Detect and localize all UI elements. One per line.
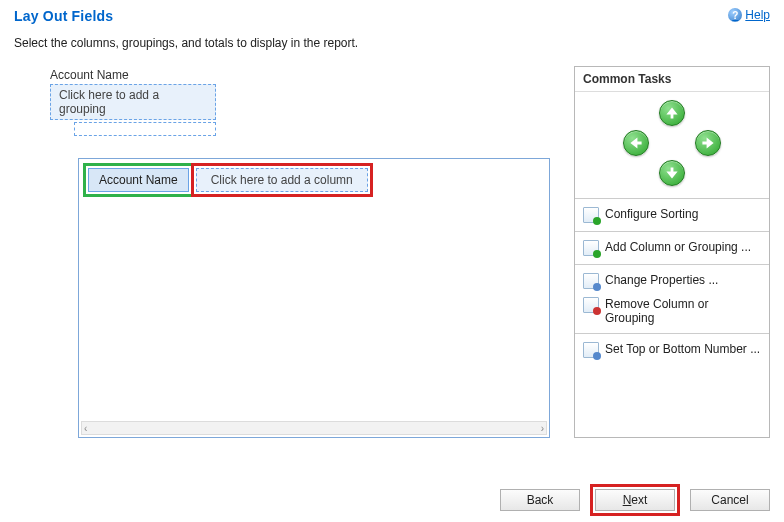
move-up-button[interactable] bbox=[659, 100, 685, 126]
help-label: Help bbox=[745, 8, 770, 22]
arrow-left-icon bbox=[629, 136, 643, 150]
highlight-next-button: Next bbox=[590, 484, 680, 516]
add-column-icon bbox=[583, 240, 599, 256]
arrow-up-icon bbox=[665, 106, 679, 120]
add-column-placeholder[interactable]: Click here to add a column bbox=[196, 168, 368, 192]
column-account-name[interactable]: Account Name bbox=[88, 168, 189, 192]
direction-pad bbox=[575, 92, 769, 198]
remove-column-icon bbox=[583, 297, 599, 313]
back-button[interactable]: Back bbox=[500, 489, 580, 511]
horizontal-scrollbar[interactable]: ‹ › bbox=[81, 421, 547, 435]
task-add-column[interactable]: Add Column or Grouping ... bbox=[575, 236, 769, 260]
help-icon: ? bbox=[728, 8, 742, 22]
help-link[interactable]: ? Help bbox=[728, 8, 770, 22]
task-label: Remove Column or Grouping bbox=[605, 297, 761, 325]
task-label: Set Top or Bottom Number ... bbox=[605, 342, 760, 356]
highlight-selected-column: Account Name bbox=[83, 163, 194, 197]
task-label: Add Column or Grouping ... bbox=[605, 240, 751, 254]
move-down-button[interactable] bbox=[659, 160, 685, 186]
arrow-down-icon bbox=[665, 166, 679, 180]
move-right-button[interactable] bbox=[695, 130, 721, 156]
task-configure-sorting[interactable]: Configure Sorting bbox=[575, 203, 769, 227]
highlight-add-column: Click here to add a column bbox=[191, 163, 373, 197]
scroll-right-icon[interactable]: › bbox=[541, 423, 544, 434]
grouping-root-label: Account Name bbox=[50, 68, 562, 82]
sub-grouping-placeholder[interactable] bbox=[74, 122, 216, 136]
scroll-left-icon[interactable]: ‹ bbox=[84, 423, 87, 434]
instruction-text: Select the columns, groupings, and total… bbox=[0, 28, 784, 62]
change-properties-icon bbox=[583, 273, 599, 289]
page-title: Lay Out Fields bbox=[14, 8, 113, 24]
next-button[interactable]: Next bbox=[595, 489, 675, 511]
task-remove-column[interactable]: Remove Column or Grouping bbox=[575, 293, 769, 329]
arrow-right-icon bbox=[701, 136, 715, 150]
task-label: Configure Sorting bbox=[605, 207, 698, 221]
report-canvas: Account Name Click here to add a column … bbox=[78, 158, 550, 438]
add-grouping-placeholder[interactable]: Click here to add a grouping bbox=[50, 84, 216, 120]
task-change-properties[interactable]: Change Properties ... bbox=[575, 269, 769, 293]
cancel-button[interactable]: Cancel bbox=[690, 489, 770, 511]
configure-sorting-icon bbox=[583, 207, 599, 223]
common-tasks-panel: Common Tasks Configure Sorting bbox=[574, 66, 770, 438]
task-label: Change Properties ... bbox=[605, 273, 718, 287]
next-rest: ext bbox=[631, 493, 647, 507]
set-top-bottom-icon bbox=[583, 342, 599, 358]
common-tasks-header: Common Tasks bbox=[575, 67, 769, 92]
move-left-button[interactable] bbox=[623, 130, 649, 156]
task-set-top-bottom[interactable]: Set Top or Bottom Number ... bbox=[575, 338, 769, 362]
